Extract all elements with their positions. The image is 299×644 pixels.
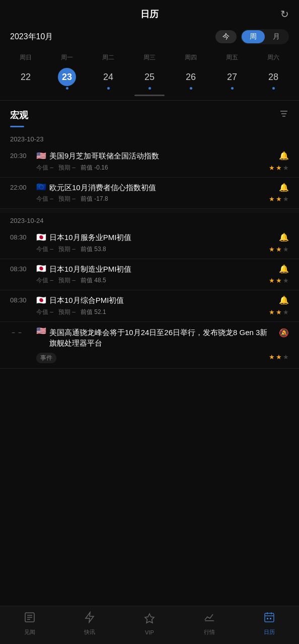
today-button[interactable]: 今: [215, 30, 237, 43]
flag-eu: 🇪🇺: [36, 183, 46, 191]
week-calendar: 周日 周一 周二 周三 周四 周五 周六 22 23 24 25 26 27: [0, 49, 299, 100]
svg-rect-8: [205, 620, 214, 621]
event-item-japan-composite-pmi[interactable]: 08:30 🇯🇵 日本10月综合PMI初值 🔔 今值 – 预期 – 前值 52.…: [0, 290, 299, 322]
event-time: 22:00: [10, 183, 31, 191]
event-title: 日本10月制造业PMI初值: [49, 264, 131, 274]
section-title: 宏观: [10, 109, 28, 121]
event-time: 08:30: [10, 295, 31, 304]
expected-value: 预期 –: [58, 164, 76, 172]
week-date-22[interactable]: 22: [5, 66, 46, 93]
week-toggle-button[interactable]: 周: [242, 30, 265, 43]
week-dates: 22 23 24 25 26 27 28: [5, 66, 294, 93]
bell-icon[interactable]: 🔔: [275, 183, 289, 192]
event-item-japan-mfg-pmi[interactable]: 08:30 🇯🇵 日本10月制造业PMI初值 🔔 今值 – 预期 – 前值 48…: [0, 259, 299, 291]
nav-label-market: 行情: [204, 628, 215, 636]
event-meta: 今值 – 预期 – 前值 53.8 ★ ★ ★: [36, 245, 289, 254]
bell-icon[interactable]: 🔔: [275, 151, 289, 160]
expected-value: 预期 –: [58, 276, 76, 285]
flag-jp: 🇯🇵: [36, 233, 46, 242]
event-meta: 今值 – 预期 – 前值 52.1 ★ ★ ★: [36, 308, 289, 316]
weekday-tue: 周二: [88, 52, 129, 63]
event-title-row: 🇺🇸 美国高通骁龙峰会将于10月24日至26日举行，发布骁龙8 Gen 3新旗舰…: [36, 327, 289, 348]
star-rating: ★ ★ ★: [269, 353, 289, 361]
event-time: 20:30: [10, 151, 31, 159]
event-title-row: 🇯🇵 日本10月综合PMI初值 🔔: [36, 295, 289, 305]
date-row: 2023年10月 今 周 月: [0, 25, 299, 49]
weekday-sat: 周六: [253, 52, 294, 63]
nav-item-calendar[interactable]: 日历: [263, 611, 275, 636]
star-rating: ★ ★ ★: [269, 164, 289, 172]
section-divider: [0, 209, 299, 213]
date-group-2023-10-24: 2023-10-24: [0, 213, 299, 227]
news-icon: [24, 611, 36, 626]
event-item-qualcomm-summit[interactable]: －－ 🇺🇸 美国高通骁龙峰会将于10月24日至26日举行，发布骁龙8 Gen 3…: [0, 322, 299, 369]
svg-marker-7: [86, 612, 94, 622]
scroll-indicator: [5, 93, 294, 100]
event-item-chicago-fed[interactable]: 20:30 🇺🇸 美国9月芝加哥联储全国活动指数 🔔 今值 – 预期 – 前值 …: [0, 146, 299, 178]
event-meta: 今值 – 预期 – 前值 48.5 ★ ★ ★: [36, 276, 289, 285]
week-date-23[interactable]: 23: [46, 66, 88, 93]
event-item-eu-consumer-confidence[interactable]: 22:00 🇪🇺 欧元区10月消费者信心指数初值 🔔 今值 – 预期 – 前值 …: [0, 178, 299, 209]
event-time: 08:30: [10, 264, 31, 273]
flag-jp: 🇯🇵: [36, 265, 46, 273]
event-title: 美国高通骁龙峰会将于10月24日至26日举行，发布骁龙8 Gen 3新旗舰处理器…: [49, 327, 272, 348]
calendar-icon: [263, 611, 275, 626]
week-date-26[interactable]: 26: [170, 66, 211, 93]
week-date-28[interactable]: 28: [253, 66, 294, 93]
nav-item-flash[interactable]: 快讯: [84, 611, 96, 636]
event-title: 美国9月芝加哥联储全国活动指数: [49, 151, 159, 161]
flag-us: 🇺🇸: [36, 327, 46, 335]
weekday-thu: 周四: [170, 52, 211, 63]
event-main: 🇯🇵 日本10月综合PMI初值 🔔 今值 – 预期 – 前值 52.1 ★ ★ …: [36, 295, 289, 316]
bell-icon[interactable]: 🔔: [275, 264, 289, 274]
date-group-2023-10-23: 2023-10-23: [0, 131, 299, 146]
month-toggle-button[interactable]: 月: [265, 30, 288, 43]
header: 日历 ↻: [0, 0, 299, 25]
svg-rect-14: [270, 618, 271, 619]
weekday-fri: 周五: [211, 52, 253, 63]
section-header: 宏观: [0, 101, 299, 124]
event-time: －－: [10, 327, 31, 337]
prev-value: 前值 48.5: [81, 276, 106, 285]
nav-item-news[interactable]: 见闻: [24, 611, 36, 636]
prev-value: 前值 -0.16: [81, 164, 108, 172]
nav-item-vip[interactable]: VIP: [143, 612, 156, 635]
flag-us: 🇺🇸: [36, 152, 46, 160]
filter-icon[interactable]: [279, 109, 289, 121]
bell-icon[interactable]: 🔕: [275, 328, 289, 338]
prev-value: 前值 52.1: [81, 308, 106, 316]
star-rating: ★ ★ ★: [269, 308, 289, 316]
expected-value: 预期 –: [58, 245, 76, 254]
weekday-wed: 周三: [129, 52, 170, 63]
event-main: 🇪🇺 欧元区10月消费者信心指数初值 🔔 今值 – 预期 – 前值 -17.8 …: [36, 183, 289, 204]
event-item-japan-services-pmi[interactable]: 08:30 🇯🇵 日本10月服务业PMI初值 🔔 今值 – 预期 – 前值 53…: [0, 227, 299, 259]
date-controls: 今 周 月: [215, 29, 289, 44]
event-meta: 今值 – 预期 – 前值 -17.8 ★ ★ ★: [36, 195, 289, 203]
nav-label-calendar: 日历: [264, 628, 275, 636]
expected-value: 预期 –: [58, 308, 76, 316]
bell-icon[interactable]: 🔔: [275, 295, 289, 305]
flag-jp: 🇯🇵: [36, 296, 46, 304]
svg-rect-13: [267, 618, 268, 619]
week-date-27[interactable]: 27: [211, 66, 253, 93]
event-meta: 事件 ★ ★ ★: [36, 351, 289, 363]
star-rating: ★ ★ ★: [269, 195, 289, 203]
week-date-25[interactable]: 25: [129, 66, 170, 93]
nav-label-flash: 快讯: [84, 628, 95, 636]
event-time: 08:30: [10, 232, 31, 241]
nav-item-market[interactable]: 行情: [203, 611, 215, 636]
bottom-nav: 见闻 快讯 VIP 行情: [0, 606, 299, 644]
bell-icon[interactable]: 🔔: [275, 232, 289, 242]
event-title: 欧元区10月消费者信心指数初值: [49, 183, 156, 193]
event-title: 日本10月综合PMI初值: [49, 295, 124, 305]
star-rating: ★ ★ ★: [269, 246, 289, 253]
today-value: 今值 –: [36, 245, 53, 254]
market-icon: [203, 611, 215, 626]
page-title: 日历: [140, 8, 159, 20]
refresh-icon[interactable]: ↻: [280, 8, 289, 20]
today-value: 今值 –: [36, 308, 53, 316]
event-main: 🇯🇵 日本10月制造业PMI初值 🔔 今值 – 预期 – 前值 48.5 ★ ★…: [36, 264, 289, 285]
week-date-24[interactable]: 24: [88, 66, 129, 93]
event-main: 🇺🇸 美国9月芝加哥联储全国活动指数 🔔 今值 – 预期 – 前值 -0.16 …: [36, 151, 289, 172]
week-month-toggle: 周 月: [241, 29, 289, 44]
